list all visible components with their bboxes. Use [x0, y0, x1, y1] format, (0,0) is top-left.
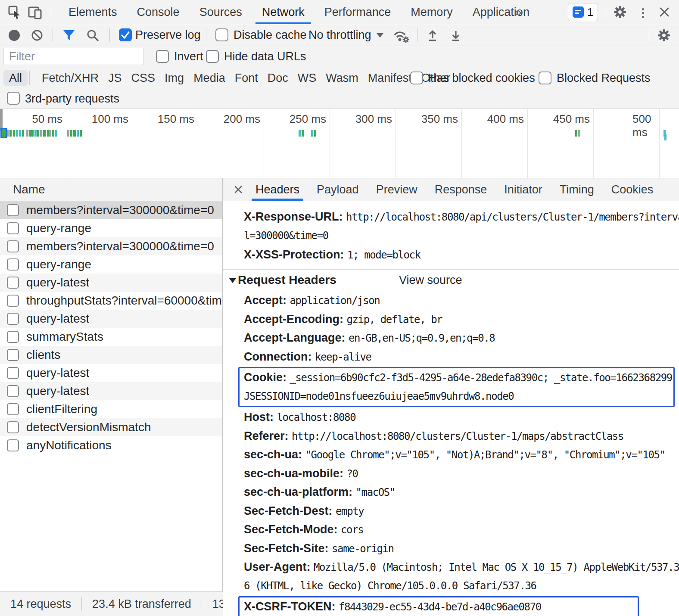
close-detail-icon[interactable]: [229, 178, 247, 201]
request-headers-section[interactable]: Request Headers View source: [223, 270, 679, 290]
row-checkbox[interactable]: [7, 258, 19, 271]
table-row[interactable]: clientFiltering: [0, 400, 222, 418]
waterfall-overview[interactable]: 50 ms100 ms150 ms200 ms250 ms300 ms350 m…: [0, 109, 679, 178]
timeline-gridline: [198, 109, 198, 178]
table-row[interactable]: clients: [0, 346, 222, 364]
table-row[interactable]: members?interval=300000&time=0: [0, 201, 222, 219]
timeline-gridline: [659, 109, 660, 178]
section-caret-icon[interactable]: [229, 278, 236, 283]
detail-tab[interactable]: Timing: [554, 178, 600, 201]
detail-tab[interactable]: Response: [429, 178, 493, 201]
timeline-gridline: [264, 109, 264, 178]
type-filter[interactable]: Img: [160, 72, 189, 85]
issues-badge[interactable]: 1: [568, 3, 598, 21]
table-row[interactable]: members?interval=300000&time=0: [0, 237, 222, 255]
throttling-select[interactable]: No throttling: [308, 24, 371, 46]
more-tabs-icon[interactable]: »: [508, 0, 528, 24]
row-checkbox[interactable]: [7, 421, 19, 433]
main-tab[interactable]: Application: [463, 0, 539, 24]
settings-icon[interactable]: [613, 5, 627, 19]
search-icon[interactable]: [86, 29, 99, 42]
third-party-checkbox[interactable]: [7, 92, 20, 105]
main-tab[interactable]: Sources: [190, 0, 252, 24]
type-filter[interactable]: All: [3, 72, 28, 85]
view-source-link[interactable]: View source: [399, 274, 462, 287]
table-row[interactable]: query-latest: [0, 274, 222, 292]
table-row[interactable]: query-range: [0, 219, 222, 237]
invert-checkbox[interactable]: [156, 50, 169, 63]
timeline-handle[interactable]: [0, 109, 3, 131]
row-checkbox[interactable]: [7, 222, 19, 234]
type-filter[interactable]: Media: [189, 72, 230, 85]
main-tab[interactable]: Elements: [59, 0, 127, 24]
row-checkbox[interactable]: [7, 385, 19, 397]
detail-tab[interactable]: Initiator: [498, 178, 548, 201]
table-row[interactable]: detectVersionMismatch: [0, 418, 222, 436]
type-filter[interactable]: Doc: [263, 72, 293, 85]
main-tab[interactable]: Memory: [401, 0, 463, 24]
type-filter[interactable]: WS: [293, 72, 321, 85]
close-devtools-icon[interactable]: [658, 6, 670, 18]
hide-data-urls-checkbox[interactable]: [206, 50, 219, 63]
filter-funnel-icon[interactable]: [62, 29, 76, 41]
has-blocked-cookies-checkbox[interactable]: [410, 72, 423, 84]
type-filter[interactable]: Wasm: [321, 72, 363, 85]
inspect-icon[interactable]: [8, 5, 22, 20]
main-tab[interactable]: Console: [127, 0, 190, 24]
row-checkbox[interactable]: [7, 349, 19, 361]
timeline-tick-label: 300 ms: [355, 112, 392, 126]
detail-tab[interactable]: Payload: [311, 178, 364, 201]
type-filter[interactable]: Fetch/XHR: [37, 72, 103, 85]
row-checkbox[interactable]: [7, 439, 19, 451]
table-row[interactable]: query-latest: [0, 364, 222, 382]
row-checkbox[interactable]: [7, 240, 19, 252]
device-toolbar-icon[interactable]: [28, 5, 43, 20]
request-name: query-range: [26, 258, 91, 271]
row-checkbox[interactable]: [7, 295, 19, 307]
type-filter[interactable]: JS: [103, 72, 127, 85]
table-row[interactable]: throughputStats?interval=60000&time=0: [0, 292, 222, 310]
detail-tab[interactable]: Headers: [250, 178, 305, 201]
record-icon[interactable]: [9, 30, 20, 41]
table-row[interactable]: query-latest: [0, 310, 222, 328]
row-checkbox[interactable]: [7, 367, 19, 379]
header-line: X-CSRF-TOKEN: f8443029-ec55-43d4-be7d-a4…: [244, 597, 638, 616]
network-settings-icon[interactable]: [657, 28, 671, 43]
detail-tab[interactable]: Cookies: [606, 178, 659, 201]
type-filter[interactable]: CSS: [127, 72, 160, 85]
preserve-log-checkbox[interactable]: [119, 28, 132, 41]
type-filter-label: Wasm: [326, 72, 358, 84]
row-checkbox[interactable]: [7, 331, 19, 343]
header-name: User-Agent:: [244, 560, 314, 573]
table-row[interactable]: summaryStats: [0, 328, 222, 346]
import-har-icon[interactable]: [426, 28, 439, 42]
export-har-icon[interactable]: [449, 28, 463, 42]
column-header-name[interactable]: Name: [0, 178, 222, 201]
filter-input[interactable]: [3, 48, 144, 65]
request-blip: [40, 130, 42, 137]
row-checkbox[interactable]: [7, 313, 19, 325]
table-row[interactable]: query-range: [0, 255, 222, 274]
header-name: sec-ch-ua:: [244, 448, 305, 461]
chevron-down-icon[interactable]: [377, 33, 383, 37]
row-checkbox[interactable]: [7, 204, 19, 216]
row-checkbox[interactable]: [7, 277, 19, 289]
network-conditions-icon[interactable]: [392, 28, 411, 44]
main-tab[interactable]: Performance: [315, 0, 401, 24]
type-filter[interactable]: Font: [230, 72, 263, 85]
disable-cache-checkbox[interactable]: [215, 28, 228, 41]
row-checkbox[interactable]: [7, 403, 19, 415]
request-blip: [74, 130, 76, 137]
type-filter-label: CSS: [131, 72, 156, 84]
table-row[interactable]: anyNotifications: [0, 436, 222, 454]
header-entry: Accept-Encoding: gzip, deflate, br: [244, 310, 679, 329]
request-name: members?interval=300000&time=0: [26, 203, 214, 217]
kebab-menu-icon[interactable]: [642, 6, 645, 20]
main-tab-label: Console: [137, 6, 180, 19]
detail-tab[interactable]: Preview: [371, 178, 423, 201]
table-row[interactable]: query-latest: [0, 382, 222, 400]
clear-icon[interactable]: [31, 29, 43, 41]
blocked-requests-checkbox[interactable]: [539, 72, 551, 84]
type-filter[interactable]: Manifest: [363, 72, 417, 85]
main-tab[interactable]: Network: [252, 0, 315, 24]
